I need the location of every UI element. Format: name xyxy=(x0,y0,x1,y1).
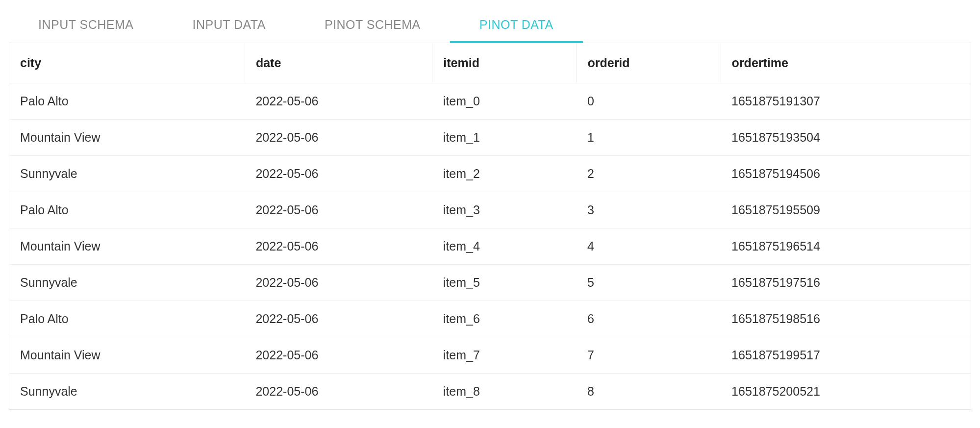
cell-city: Palo Alto xyxy=(9,83,245,120)
cell-city: Palo Alto xyxy=(9,301,245,337)
cell-itemid: item_8 xyxy=(432,374,577,410)
table-row: Mountain View2022-05-06item_111651875193… xyxy=(9,120,971,156)
cell-ordertime: 1651875197516 xyxy=(721,265,971,301)
cell-itemid: item_0 xyxy=(432,83,577,120)
table-body: Palo Alto2022-05-06item_001651875191307M… xyxy=(9,83,971,410)
cell-orderid: 3 xyxy=(577,192,721,228)
cell-itemid: item_6 xyxy=(432,301,577,337)
tab-input-schema[interactable]: INPUT SCHEMA xyxy=(9,9,163,43)
pinot-data-table-container: city date itemid orderid ordertime Palo … xyxy=(9,43,971,410)
tab-pinot-schema[interactable]: PINOT SCHEMA xyxy=(295,9,450,43)
table-row: Palo Alto2022-05-06item_001651875191307 xyxy=(9,83,971,120)
table-header-row: city date itemid orderid ordertime xyxy=(9,43,971,83)
cell-date: 2022-05-06 xyxy=(245,120,432,156)
table-row: Mountain View2022-05-06item_771651875199… xyxy=(9,337,971,374)
cell-ordertime: 1651875193504 xyxy=(721,120,971,156)
tabs-bar: INPUT SCHEMA INPUT DATA PINOT SCHEMA PIN… xyxy=(9,9,971,43)
cell-orderid: 5 xyxy=(577,265,721,301)
cell-orderid: 7 xyxy=(577,337,721,374)
cell-ordertime: 1651875196514 xyxy=(721,228,971,265)
cell-orderid: 6 xyxy=(577,301,721,337)
tab-input-data[interactable]: INPUT DATA xyxy=(163,9,295,43)
cell-date: 2022-05-06 xyxy=(245,83,432,120)
table-row: Sunnyvale2022-05-06item_221651875194506 xyxy=(9,156,971,192)
cell-itemid: item_5 xyxy=(432,265,577,301)
pinot-data-table: city date itemid orderid ordertime Palo … xyxy=(9,43,971,409)
cell-city: Mountain View xyxy=(9,228,245,265)
cell-itemid: item_7 xyxy=(432,337,577,374)
table-row: Palo Alto2022-05-06item_331651875195509 xyxy=(9,192,971,228)
cell-date: 2022-05-06 xyxy=(245,156,432,192)
cell-ordertime: 1651875199517 xyxy=(721,337,971,374)
tab-pinot-data[interactable]: PINOT DATA xyxy=(450,9,583,43)
cell-itemid: item_1 xyxy=(432,120,577,156)
cell-city: Mountain View xyxy=(9,120,245,156)
col-header-date[interactable]: date xyxy=(245,43,432,83)
cell-date: 2022-05-06 xyxy=(245,265,432,301)
cell-ordertime: 1651875198516 xyxy=(721,301,971,337)
cell-ordertime: 1651875200521 xyxy=(721,374,971,410)
table-row: Sunnyvale2022-05-06item_551651875197516 xyxy=(9,265,971,301)
cell-itemid: item_4 xyxy=(432,228,577,265)
col-header-itemid[interactable]: itemid xyxy=(432,43,577,83)
table-row: Sunnyvale2022-05-06item_881651875200521 xyxy=(9,374,971,410)
cell-city: Sunnyvale xyxy=(9,156,245,192)
col-header-orderid[interactable]: orderid xyxy=(577,43,721,83)
col-header-city[interactable]: city xyxy=(9,43,245,83)
cell-date: 2022-05-06 xyxy=(245,301,432,337)
table-row: Mountain View2022-05-06item_441651875196… xyxy=(9,228,971,265)
cell-city: Mountain View xyxy=(9,337,245,374)
cell-orderid: 2 xyxy=(577,156,721,192)
cell-city: Sunnyvale xyxy=(9,265,245,301)
col-header-ordertime[interactable]: ordertime xyxy=(721,43,971,83)
cell-orderid: 8 xyxy=(577,374,721,410)
cell-date: 2022-05-06 xyxy=(245,374,432,410)
cell-orderid: 1 xyxy=(577,120,721,156)
cell-ordertime: 1651875191307 xyxy=(721,83,971,120)
cell-orderid: 0 xyxy=(577,83,721,120)
cell-itemid: item_2 xyxy=(432,156,577,192)
cell-date: 2022-05-06 xyxy=(245,192,432,228)
cell-date: 2022-05-06 xyxy=(245,228,432,265)
table-row: Palo Alto2022-05-06item_661651875198516 xyxy=(9,301,971,337)
cell-city: Palo Alto xyxy=(9,192,245,228)
cell-date: 2022-05-06 xyxy=(245,337,432,374)
cell-city: Sunnyvale xyxy=(9,374,245,410)
cell-ordertime: 1651875194506 xyxy=(721,156,971,192)
cell-orderid: 4 xyxy=(577,228,721,265)
cell-ordertime: 1651875195509 xyxy=(721,192,971,228)
cell-itemid: item_3 xyxy=(432,192,577,228)
